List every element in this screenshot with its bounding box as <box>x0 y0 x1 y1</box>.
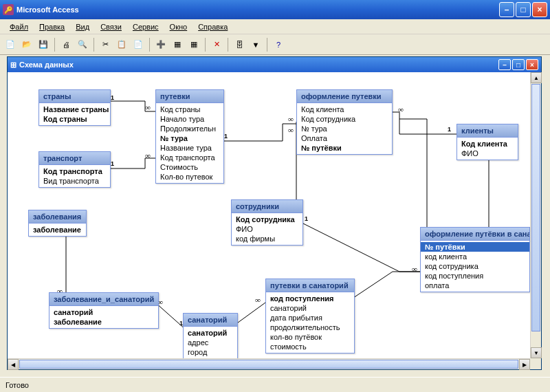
table-tours[interactable]: путевкиКод страныНачало тураПродолжитель… <box>155 89 224 184</box>
child-close-button[interactable]: × <box>526 59 538 70</box>
table-field[interactable]: Код клиента <box>457 139 518 149</box>
child-titlebar: ⊞ Схема данных – □ × <box>8 57 541 72</box>
table-field[interactable]: код поступления <box>266 294 354 303</box>
table-disease_san[interactable]: заболевание_и_санаторийсанаторийзаболева… <box>49 292 159 329</box>
relationships-canvas[interactable]: 1∞ 1∞ 1∞ 1∞ 1∞ ∞ 1∞ 1 1∞ ∞1 1∞ 1 страныН… <box>8 72 530 358</box>
table-field[interactable]: Код транспорта <box>39 166 110 176</box>
table-field[interactable]: Название тура <box>156 143 223 153</box>
table-field[interactable]: Код страны <box>39 114 110 124</box>
table-field[interactable]: Код клиента <box>297 105 392 114</box>
table-header[interactable]: санаторий <box>184 314 237 327</box>
table-field[interactable]: оплата <box>421 281 529 290</box>
show-all-button[interactable]: ▦ <box>186 37 201 52</box>
db-button[interactable]: 🗄 <box>232 37 247 52</box>
toolbar: 📄 📂 💾 🖨 🔍 ✂ 📋 📄 ➕ ▦ ▦ ✕ 🗄 ▼ ? <box>0 34 550 55</box>
paste-button[interactable]: 📄 <box>131 37 146 52</box>
child-maximize-button[interactable]: □ <box>512 59 525 70</box>
table-field[interactable]: Название страны <box>39 105 110 114</box>
table-header[interactable]: страны <box>39 90 110 103</box>
save-button[interactable]: 💾 <box>36 37 51 52</box>
minimize-button[interactable]: – <box>499 2 514 17</box>
menu-tools[interactable]: Сервис <box>127 21 164 32</box>
scroll-right-button[interactable]: ▶ <box>519 359 530 370</box>
table-field[interactable]: стоимость <box>266 342 354 351</box>
copy-button[interactable]: 📋 <box>114 37 129 52</box>
table-field[interactable]: Код сотрудника <box>297 114 392 124</box>
menubar: Файл Правка Вид Связи Сервис Окно Справк… <box>0 19 550 34</box>
table-header[interactable]: заболевания <box>29 210 86 224</box>
table-field[interactable]: № тура <box>156 133 223 143</box>
maximize-button[interactable]: □ <box>516 2 531 17</box>
new-obj-button[interactable]: ▼ <box>248 37 263 52</box>
table-field[interactable]: Продолжительн <box>156 124 223 133</box>
table-field[interactable]: ФИО <box>232 224 302 234</box>
preview-button[interactable]: 🔍 <box>75 37 90 52</box>
menu-edit[interactable]: Правка <box>34 21 70 32</box>
table-field[interactable]: код поступления <box>421 271 529 281</box>
menu-window[interactable]: Окно <box>164 21 193 32</box>
menu-relationships[interactable]: Связи <box>95 21 127 32</box>
table-header[interactable]: оформление путевки <box>297 90 392 103</box>
table-transport[interactable]: транспортКод транспортаВид транспорта <box>38 151 111 188</box>
delete-button[interactable]: ✕ <box>209 37 224 52</box>
horizontal-scrollbar[interactable]: ◀ ▶ <box>8 358 530 369</box>
table-clients[interactable]: клиентыКод клиентаФИО <box>456 124 518 160</box>
table-field[interactable]: Начало тура <box>156 114 223 124</box>
table-field[interactable]: дата прибытия <box>266 313 354 323</box>
table-tours_san[interactable]: путевки в санаторийкод поступлениясанато… <box>265 279 355 353</box>
table-header[interactable]: путевки <box>156 90 223 103</box>
menu-file[interactable]: Файл <box>4 21 34 32</box>
new-button[interactable]: 📄 <box>3 37 18 52</box>
table-field[interactable]: ФИО <box>457 149 518 158</box>
table-field[interactable]: код клиента <box>421 252 529 261</box>
table-field[interactable]: код сотрудника <box>421 261 529 271</box>
close-button[interactable]: × <box>532 2 547 17</box>
app-title: Microsoft Access <box>16 6 79 14</box>
table-field[interactable]: кол-во путёвок <box>266 332 354 342</box>
table-field[interactable]: № тура <box>297 124 392 133</box>
menu-view[interactable]: Вид <box>70 21 95 32</box>
table-field[interactable]: санаторий <box>50 307 158 317</box>
print-button[interactable]: 🖨 <box>58 37 74 52</box>
table-field[interactable]: город <box>184 347 237 357</box>
table-countries[interactable]: страныНазвание страныКод страны <box>38 89 111 126</box>
add-table-button[interactable]: ➕ <box>153 37 168 52</box>
table-field[interactable]: Вид транспорта <box>39 176 110 186</box>
table-reg_san[interactable]: оформление путёвки в сана...№ путёвкикод… <box>420 227 530 292</box>
table-field[interactable]: заболевание <box>29 225 86 235</box>
table-field[interactable]: № путёвки <box>297 143 392 153</box>
table-field[interactable]: Стоимость <box>156 162 223 172</box>
table-sanatorium[interactable]: санаторийсанаторийадресгород <box>183 313 238 358</box>
open-button[interactable]: 📂 <box>19 37 34 52</box>
menu-help[interactable]: Справка <box>192 21 233 32</box>
table-field[interactable]: продолжительность <box>266 323 354 332</box>
table-field[interactable]: заболевание <box>50 317 158 327</box>
table-field[interactable]: код фирмы <box>232 234 302 243</box>
table-field[interactable]: Код сотрудника <box>232 215 302 224</box>
table-header[interactable]: заболевание_и_санаторий <box>50 293 158 306</box>
table-field[interactable]: адрес <box>184 338 237 347</box>
show-direct-button[interactable]: ▦ <box>170 37 185 52</box>
table-header[interactable]: транспорт <box>39 152 110 165</box>
cut-button[interactable]: ✂ <box>98 37 113 52</box>
table-diseases[interactable]: заболеваниязаболевание <box>28 210 87 237</box>
table-field[interactable]: Оплата <box>297 133 392 143</box>
vertical-scrollbar[interactable]: ▲ ▼ <box>530 72 541 358</box>
table-header[interactable]: путевки в санаторий <box>266 279 354 292</box>
table-header[interactable]: оформление путёвки в сана... <box>421 228 529 241</box>
table-field[interactable]: санаторий <box>184 328 237 338</box>
help-button[interactable]: ? <box>271 37 286 52</box>
scroll-down-button[interactable]: ▼ <box>531 347 542 358</box>
table-staff[interactable]: сотрудникиКод сотрудникаФИОкод фирмы <box>231 199 303 246</box>
table-field[interactable]: № путёвки <box>421 242 529 252</box>
scroll-up-button[interactable]: ▲ <box>531 72 542 83</box>
table-field[interactable]: Кол-во путевок <box>156 172 223 182</box>
table-header[interactable]: сотрудники <box>232 200 302 213</box>
scroll-left-button[interactable]: ◀ <box>8 359 19 370</box>
table-header[interactable]: клиенты <box>457 124 518 138</box>
table-field[interactable]: Код страны <box>156 105 223 114</box>
table-registration[interactable]: оформление путевкиКод клиентаКод сотрудн… <box>296 89 393 155</box>
table-field[interactable]: Код транспорта <box>156 153 223 162</box>
table-field[interactable]: санаторий <box>266 303 354 313</box>
child-minimize-button[interactable]: – <box>498 59 511 70</box>
